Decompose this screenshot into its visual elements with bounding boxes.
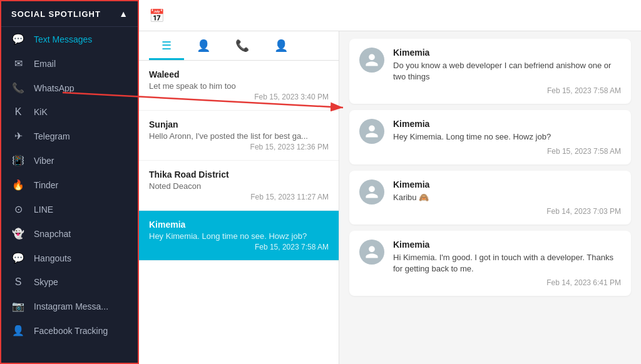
msg-text-msg4: Hi Kimemia. I'm good. I got in touch wit… [393, 252, 621, 275]
sidebar-item-text-messages[interactable]: 💬 Text Messages [1, 27, 138, 51]
msg-name-msg1: Kimemia [393, 48, 621, 58]
msg-content-msg1: Kimemia Do you know a web developer I ca… [393, 48, 621, 95]
tinder-label: Tinder [34, 180, 58, 190]
conversation-panel: ☰👤📞👤 Waleed Let me speak to him too Feb … [139, 31, 339, 364]
text-messages-icon: 💬 [11, 33, 25, 45]
msg-avatar-msg3 [359, 179, 384, 205]
text-messages-label: Text Messages [34, 34, 92, 44]
top-bar: 📅 [139, 0, 641, 31]
conv-name-thika: Thika Road District [149, 169, 329, 179]
tinder-icon: 🔥 [11, 179, 25, 191]
hangouts-label: Hangouts [34, 253, 71, 263]
detail-panel: Kimemia Do you know a web developer I ca… [339, 31, 641, 364]
snapchat-icon: 👻 [11, 228, 25, 240]
msg-name-msg4: Kimemia [393, 240, 621, 250]
sidebar-header: SOCIAL SPOTLIGHT ▲ [1, 1, 138, 27]
sidebar-item-email[interactable]: ✉ Email [1, 51, 138, 76]
telegram-icon: ✈ [11, 130, 25, 142]
main-area: 📅 ☰👤📞👤 Waleed Let me speak to him too Fe… [139, 0, 641, 364]
conv-tab-calls[interactable]: 📞 [223, 31, 262, 60]
msg-card-msg3: Kimemia Karibu 🙈 Feb 14, 2023 7:03 PM [349, 171, 631, 225]
msg-avatar-msg2 [359, 119, 384, 144]
snapchat-label: Snapchat [34, 229, 71, 239]
conv-name-sunjan: Sunjan [149, 119, 329, 129]
msg-content-msg2: Kimemia Hey Kimemia. Long time no see. H… [393, 119, 621, 155]
msg-time-msg2: Feb 15, 2023 7:58 AM [393, 147, 621, 156]
email-icon: ✉ [11, 58, 25, 69]
content-row: ☰👤📞👤 Waleed Let me speak to him too Feb … [139, 31, 641, 364]
msg-card-msg1: Kimemia Do you know a web developer I ca… [349, 39, 631, 104]
conv-item-sunjan[interactable]: Sunjan Hello Aronn, I've posted the list… [139, 111, 339, 161]
facebook-label: Facebook Tracking [34, 326, 108, 336]
line-icon: ⊙ [11, 203, 25, 215]
msg-text-msg1: Do you know a web developer I can befrie… [393, 60, 621, 83]
conv-time-kimemia: Feb 15, 2023 7:58 AM [149, 243, 329, 251]
conv-preview-thika: Noted Deacon [149, 181, 318, 191]
msg-name-msg3: Kimemia [393, 179, 621, 190]
conv-tabs: ☰👤📞👤 [139, 31, 339, 61]
calendar-icon: 📅 [149, 8, 165, 23]
viber-label: Viber [34, 156, 54, 166]
sidebar-items-list: 💬 Text Messages ✉ Email 📞 WhatsApp K KiK… [1, 27, 138, 363]
sidebar: SOCIAL SPOTLIGHT ▲ 💬 Text Messages ✉ Ema… [0, 0, 139, 364]
conv-time-waleed: Feb 15, 2023 3:40 PM [149, 93, 329, 101]
msg-time-msg3: Feb 14, 2023 7:03 PM [393, 207, 621, 216]
conv-tab-profile[interactable]: 👤 [262, 31, 300, 60]
msg-content-msg3: Kimemia Karibu 🙈 Feb 14, 2023 7:03 PM [393, 179, 621, 216]
viber-icon: 📳 [11, 154, 25, 166]
sidebar-item-viber[interactable]: 📳 Viber [1, 148, 138, 173]
hangouts-icon: 💬 [11, 252, 25, 264]
msg-card-msg4: Kimemia Hi Kimemia. I'm good. I got in t… [349, 231, 631, 296]
instagram-label: Instagram Messa... [34, 301, 108, 311]
conv-item-waleed[interactable]: Waleed Let me speak to him too Feb 15, 2… [139, 61, 339, 111]
msg-text-msg3: Karibu 🙈 [393, 192, 621, 203]
conv-preview-sunjan: Hello Aronn, I've posted the list for be… [149, 131, 318, 141]
sidebar-item-tinder[interactable]: 🔥 Tinder [1, 173, 138, 197]
msg-name-msg2: Kimemia [393, 119, 621, 129]
sidebar-item-instagram[interactable]: 📷 Instagram Messa... [1, 294, 138, 318]
skype-label: Skype [34, 277, 58, 287]
whatsapp-icon: 📞 [11, 82, 25, 94]
kik-label: KiK [34, 107, 48, 117]
conv-tab-contacts[interactable]: 👤 [184, 31, 223, 60]
sidebar-title: SOCIAL SPOTLIGHT [11, 9, 101, 19]
conv-item-thika[interactable]: Thika Road District Noted Deacon Feb 15,… [139, 161, 339, 211]
conv-tab-messages[interactable]: ☰ [149, 31, 184, 60]
email-label: Email [34, 59, 56, 69]
line-label: LINE [34, 205, 53, 215]
sidebar-item-snapchat[interactable]: 👻 Snapchat [1, 221, 138, 246]
skype-icon: S [11, 276, 25, 288]
whatsapp-label: WhatsApp [34, 83, 74, 93]
msg-time-msg4: Feb 14, 2023 6:41 PM [393, 278, 621, 287]
telegram-label: Telegram [34, 131, 70, 141]
conv-time-sunjan: Feb 15, 2023 12:36 PM [149, 143, 329, 151]
conv-name-kimemia: Kimemia [149, 220, 329, 230]
msg-content-msg4: Kimemia Hi Kimemia. I'm good. I got in t… [393, 240, 621, 287]
conv-item-kimemia[interactable]: Kimemia Hey Kimemia. Long time no see. H… [139, 211, 339, 261]
conv-preview-waleed: Let me speak to him too [149, 81, 318, 91]
sidebar-item-skype[interactable]: S Skype [1, 270, 138, 294]
sidebar-item-facebook[interactable]: 👤 Facebook Tracking [1, 318, 138, 343]
facebook-icon: 👤 [11, 325, 25, 336]
sidebar-chevron: ▲ [119, 9, 128, 19]
conv-name-waleed: Waleed [149, 69, 329, 79]
conv-preview-kimemia: Hey Kimemia. Long time no see. Howz job? [149, 231, 318, 241]
msg-time-msg1: Feb 15, 2023 7:58 AM [393, 86, 621, 95]
msg-avatar-msg1 [359, 48, 384, 73]
msg-card-msg2: Kimemia Hey Kimemia. Long time no see. H… [349, 110, 631, 164]
sidebar-item-telegram[interactable]: ✈ Telegram [1, 124, 138, 148]
sidebar-item-whatsapp[interactable]: 📞 WhatsApp [1, 76, 138, 100]
conversation-list: Waleed Let me speak to him too Feb 15, 2… [139, 61, 339, 364]
instagram-icon: 📷 [11, 300, 25, 312]
msg-avatar-msg4 [359, 240, 384, 265]
conv-time-thika: Feb 15, 2023 11:27 AM [149, 193, 329, 201]
sidebar-item-hangouts[interactable]: 💬 Hangouts [1, 246, 138, 270]
msg-text-msg2: Hey Kimemia. Long time no see. Howz job? [393, 131, 621, 143]
kik-icon: K [11, 106, 25, 118]
sidebar-item-line[interactable]: ⊙ LINE [1, 197, 138, 221]
sidebar-item-kik[interactable]: K KiK [1, 100, 138, 124]
